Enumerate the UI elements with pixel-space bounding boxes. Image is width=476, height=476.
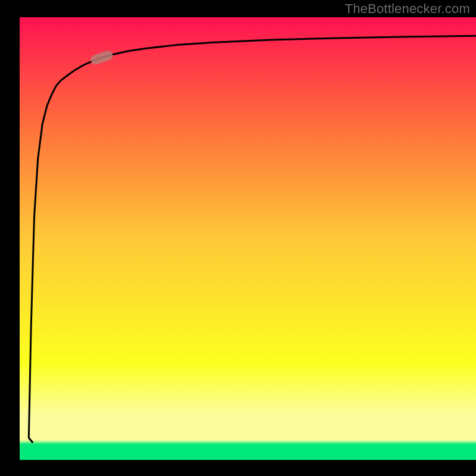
chart-svg bbox=[0, 0, 476, 476]
svg-rect-3 bbox=[0, 460, 476, 476]
svg-rect-1 bbox=[20, 17, 476, 460]
attribution-label: TheBottlenecker.com bbox=[345, 1, 470, 17]
gradient-background bbox=[20, 17, 476, 460]
svg-rect-2 bbox=[0, 17, 20, 476]
chart-container: TheBottlenecker.com bbox=[0, 0, 476, 476]
